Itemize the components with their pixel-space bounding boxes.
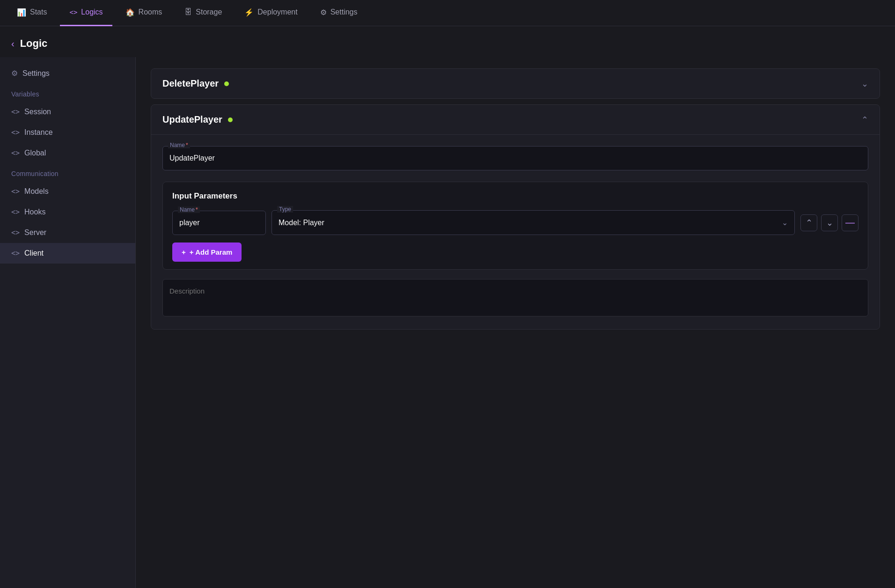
tab-rooms[interactable]: 🏠 Rooms [116,0,172,26]
sidebar-item-models-label: Models [24,187,49,196]
logics-icon: <> [69,8,77,16]
page-header: ‹ Logic [0,26,895,57]
delete-player-status-dot [224,81,229,86]
name-field-group: Name* [162,146,868,170]
sidebar-item-session[interactable]: <> Session [0,102,135,122]
name-input[interactable] [162,146,868,170]
content-area: DeletePlayer ⌄ UpdatePlayer ⌃ [136,57,895,588]
delete-player-header[interactable]: DeletePlayer ⌄ [151,69,880,98]
param-name-field-group: Name* [172,211,266,235]
param-type-value: Model: Player [279,219,324,227]
param-controls: ⌃ ⌄ — [800,214,858,231]
description-textarea[interactable] [162,279,868,316]
name-field-label: Name* [168,142,190,148]
param-name-input[interactable] [172,211,266,235]
sidebar-item-hooks-label: Hooks [24,208,45,216]
tab-deployment[interactable]: ⚡ Deployment [235,0,307,26]
tab-stats-label: Stats [30,8,47,16]
tab-logics[interactable]: <> Logics [60,0,112,26]
param-move-down-button[interactable]: ⌄ [821,214,838,231]
tab-logics-label: Logics [81,8,103,16]
tab-settings-label: Settings [330,8,358,16]
param-type-select[interactable]: Model: Player ⌄ [271,210,795,235]
settings-tab-icon: ⚙ [320,8,327,17]
page-title: Logic [20,37,48,50]
page-layout: ‹ Logic ⚙ Settings Variables <> Session … [0,26,895,588]
top-nav: 📊 Stats <> Logics 🏠 Rooms 🗄 Storage ⚡ De… [0,0,895,26]
code-icon-client: <> [11,249,20,257]
sidebar-item-settings[interactable]: ⚙ Settings [0,63,135,84]
sidebar-item-settings-label: Settings [22,69,50,78]
update-player-chevron-up-icon[interactable]: ⌃ [861,115,868,125]
tab-rooms-label: Rooms [139,8,162,16]
param-type-group: Type Model: Player ⌄ [271,210,795,235]
sidebar-item-instance[interactable]: <> Instance [0,122,135,143]
delete-player-chevron-down-icon[interactable]: ⌄ [861,79,868,89]
tab-storage-label: Storage [196,8,222,16]
param-move-up-button[interactable]: ⌃ [800,214,817,231]
type-select-chevron-down-icon: ⌄ [782,218,788,227]
param-name-label: Name* [178,206,200,213]
sidebar-item-global-label: Global [24,149,46,157]
sidebar-section-variables: Variables [0,84,135,102]
logic-card-update-player: UpdatePlayer ⌃ Name* Input [151,104,880,330]
sidebar-item-hooks[interactable]: <> Hooks [0,202,135,222]
sidebar-item-instance-label: Instance [24,128,52,137]
name-required-indicator: * [186,142,188,148]
update-player-status-dot [228,118,233,122]
tab-stats[interactable]: 📊 Stats [7,0,56,26]
param-type-field-group: Type Model: Player ⌄ [271,210,795,235]
delete-player-title: DeletePlayer [162,78,229,89]
storage-icon: 🗄 [184,8,192,16]
gear-icon: ⚙ [11,69,18,78]
code-icon-hooks: <> [11,208,20,216]
param-name-required: * [196,206,198,213]
sidebar-item-server[interactable]: <> Server [0,222,135,243]
deployment-icon: ⚡ [244,8,254,17]
sidebar: ⚙ Settings Variables <> Session <> Insta… [0,57,136,588]
sidebar-item-session-label: Session [24,108,51,116]
param-row: Name* Type [172,210,858,235]
add-param-button[interactable]: + + Add Param [172,243,242,262]
tab-deployment-label: Deployment [257,8,297,16]
code-icon-models: <> [11,187,20,196]
sidebar-item-global[interactable]: <> Global [0,143,135,163]
main-area: ⚙ Settings Variables <> Session <> Insta… [0,57,895,588]
input-params-title: Input Parameters [172,191,858,201]
param-type-label: Type [277,206,293,213]
param-name-group: Name* [172,211,266,235]
logic-card-delete-player: DeletePlayer ⌄ [151,68,880,99]
update-player-header[interactable]: UpdatePlayer ⌃ [151,105,880,134]
update-player-title: UpdatePlayer [162,114,233,125]
add-param-label: + Add Param [190,248,233,256]
param-remove-button[interactable]: — [842,214,858,231]
sidebar-item-client-label: Client [24,249,44,257]
back-button[interactable]: ‹ [11,38,15,49]
sidebar-section-communication: Communication [0,163,135,181]
sidebar-item-server-label: Server [24,228,46,237]
add-param-plus-icon: + [182,248,186,256]
code-icon-global: <> [11,149,20,157]
code-icon-instance: <> [11,128,20,137]
description-field [162,279,868,318]
rooms-icon: 🏠 [125,8,135,17]
stats-icon: 📊 [17,8,26,17]
code-icon-server: <> [11,228,20,237]
tab-storage[interactable]: 🗄 Storage [175,0,231,26]
input-params-section: Input Parameters Name* [162,182,868,270]
sidebar-item-client[interactable]: <> Client [0,243,135,264]
sidebar-item-models[interactable]: <> Models [0,181,135,202]
update-player-body: Name* Input Parameters [151,134,880,329]
code-icon-session: <> [11,108,20,116]
tab-settings[interactable]: ⚙ Settings [311,0,367,26]
